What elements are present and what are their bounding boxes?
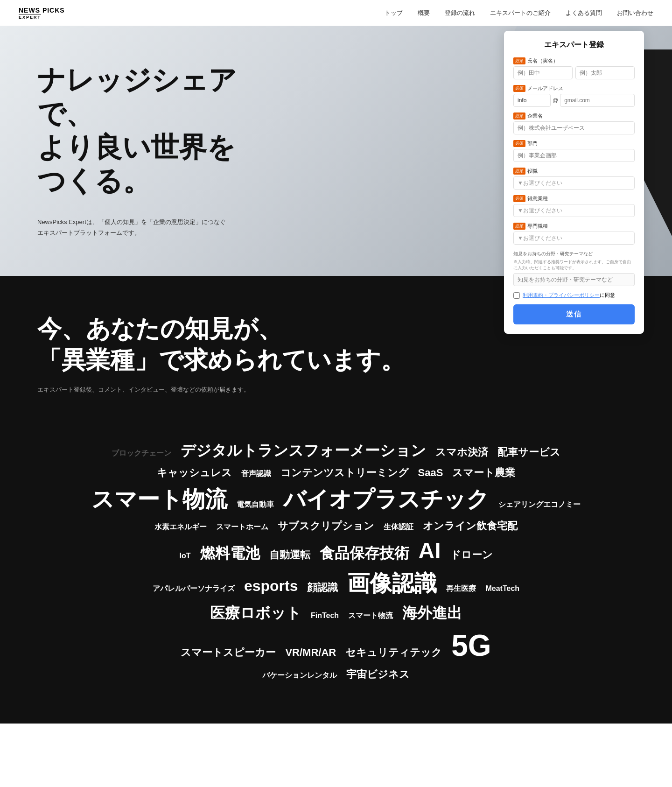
navbar: NEWS PICKS EXPERT トップ概要登録の流れエキスパートのご紹介よく… [0,0,672,26]
tag-item: 顔認識 [307,581,338,595]
tag-item: 宇宙ビジネス [346,668,410,682]
tag-row: バケーションレンタル宇宙ビジネス [112,668,560,682]
logo-main-text: NEWS PICKS [19,7,65,14]
tag-item: ブロックチェーン [112,449,171,458]
department-input[interactable] [513,149,635,162]
terms-text: 利用規約・プライバシーポリシーに同意 [523,292,615,299]
name-last-input[interactable] [575,66,635,79]
email-domain-input[interactable] [560,94,635,107]
industry-select[interactable]: ▼お選びください [513,204,635,217]
tag-item: 食品保存技術 [320,543,409,564]
tag-item: セキュリティテック [345,646,442,660]
tag-item: スマート農業 [452,466,515,480]
role-select[interactable]: ▼お選びください [513,176,635,190]
knowledge-note: ※入力時、関連する推奨ワードが表示されます。ご自身で自由に入力いただくことも可能… [513,259,635,271]
specialty-select[interactable]: ▼お選びください [513,232,635,245]
nav-link[interactable]: トップ [385,9,403,17]
tag-cloud-section: ブロックチェーンデジタルトランスフォーメーションスマホ決済配車サービスキャッシュ… [0,422,672,724]
tag-item: スマート物流 [348,611,393,621]
nav-link[interactable]: よくある質問 [566,9,602,17]
tag-item: バイオプラスチック [283,485,489,514]
nav-link[interactable]: お問い合わせ [617,9,653,17]
hero-title: ナレッジシェアで、より良い世界をつくる。 [37,63,261,198]
required-badge-name: 必須 [513,57,525,64]
tag-item: ドローン [450,548,493,562]
tag-item: SaaS [418,467,443,479]
tag-item: スマート物流 [91,485,227,514]
tag-row: 医療ロボットFinTechスマート物流海外進出 [112,603,560,624]
tag-item: 配車サービス [497,445,560,459]
knowledge-input[interactable] [513,273,635,286]
tag-item: 音声認識 [241,469,271,479]
tag-item: バケーションレンタル [262,671,337,681]
required-badge-specialty: 必須 [513,223,525,230]
tag-item: FinTech [311,611,339,620]
nav-link[interactable]: エキスパートのご紹介 [490,9,551,17]
tag-item: スマートホーム [216,522,268,532]
tag-row: スマート物流電気自動車バイオプラスチックシェアリングエコノミー [112,485,560,514]
tag-item: アパレルパーソナライズ [153,584,235,594]
required-badge-dept: 必須 [513,140,525,147]
tag-item: コンテンツストリーミング [280,466,409,480]
logo[interactable]: NEWS PICKS EXPERT [19,7,65,20]
industry-field: 必須 得意業種 ▼お選びください [513,195,635,217]
tag-item: VR/MR/AR [285,646,336,659]
email-at-symbol: @ [553,97,558,104]
knowledge-heading: 知見をお持ちの分野・研究テーマなど [513,250,635,257]
tag-row: スマートスピーカーVR/MR/ARセキュリティテック5G [112,628,560,663]
name-field: 必須 氏名（実名） [513,57,635,79]
hero-content: ナレッジシェアで、より良い世界をつくる。 NewsPicks Expertは、「… [0,26,299,276]
registration-form-card: エキスパート登録 必須 氏名（実名） 必須 メールアドレス @ [504,31,644,334]
tag-item: esports [244,577,298,595]
hero-description: NewsPicks Expertは、「個人の知見」を「企業の意思決定」につなぐ … [37,217,261,239]
tag-item: 再生医療 [446,584,476,594]
email-field: 必須 メールアドレス @ [513,85,635,107]
terms-row: 利用規約・プライバシーポリシーに同意 [513,292,635,299]
nav-link[interactable]: 概要 [418,9,430,17]
department-field: 必須 部門 [513,140,635,162]
tag-item: 自動運転 [269,548,310,562]
logo-sub-text: EXPERT [19,14,41,20]
tag-row: アパレルパーソナライズesports顔認識画像認識再生医療MeatTech [112,569,560,598]
tag-item: スマートスピーカー [181,646,276,660]
tag-item: 生体認証 [384,522,413,532]
tag-row: ブロックチェーンデジタルトランスフォーメーションスマホ決済配車サービス [112,441,560,461]
tag-row: IoT燃料電池自動運転食品保存技術AIドローン [112,538,560,564]
hero-section: ナレッジシェアで、より良い世界をつくる。 NewsPicks Expertは、「… [0,26,672,276]
required-badge-company: 必須 [513,112,525,119]
nav-link[interactable]: 登録の流れ [445,9,475,17]
tag-row: 水素エネルギースマートホームサブスクリプション生体認証オンライン飲食宅配 [112,519,560,533]
required-badge-role: 必須 [513,168,525,175]
tag-row: キャッシュレス音声認識コンテンツストリーミングSaaSスマート農業 [112,466,560,480]
knowledge-field: 知見をお持ちの分野・研究テーマなど ※入力時、関連する推奨ワードが表示されます。… [513,250,635,286]
required-badge-email: 必須 [513,85,525,92]
tag-item: キャッシュレス [157,466,232,480]
tag-item: シェアリングエコノミー [498,500,581,510]
tag-item: 医療ロボット [210,603,301,624]
name-first-input[interactable] [513,66,573,79]
email-local-input[interactable] [513,94,551,107]
tag-cloud-inner: ブロックチェーンデジタルトランスフォーメーションスマホ決済配車サービスキャッシュ… [112,441,560,682]
company-field: 必須 企業名 [513,112,635,134]
tag-item: 燃料電池 [200,543,260,564]
tag-item: 海外進出 [402,603,462,624]
terms-link[interactable]: 利用規約・プライバシーポリシー [523,292,600,298]
tag-item: MeatTech [485,584,519,593]
tag-item: 水素エネルギー [154,522,207,532]
tag-item: デジタルトランスフォーメーション [181,441,426,461]
terms-checkbox[interactable] [513,292,520,299]
tag-item: スマホ決済 [435,445,488,459]
submit-button[interactable]: 送信 [513,304,635,324]
tag-item: 画像認識 [347,569,437,598]
nav-links: トップ概要登録の流れエキスパートのご紹介よくある質問お問い合わせ [385,9,653,17]
tag-item: AI [419,538,441,563]
role-field: 必須 役職 ▼お選びください [513,168,635,190]
required-badge-industry: 必須 [513,195,525,202]
tag-item: サブスクリプション [278,519,374,533]
tag-item: IoT [180,552,191,560]
tag-item: 電気自動車 [237,500,274,510]
dark-section-subtitle: エキスパート登録後、コメント、インタビュー、登壇などの依頼が届きます。 [37,386,635,394]
specialty-field: 必須 専門職種 ▼お選びください [513,223,635,245]
company-input[interactable] [513,121,635,134]
tag-item: 5G [451,628,491,663]
